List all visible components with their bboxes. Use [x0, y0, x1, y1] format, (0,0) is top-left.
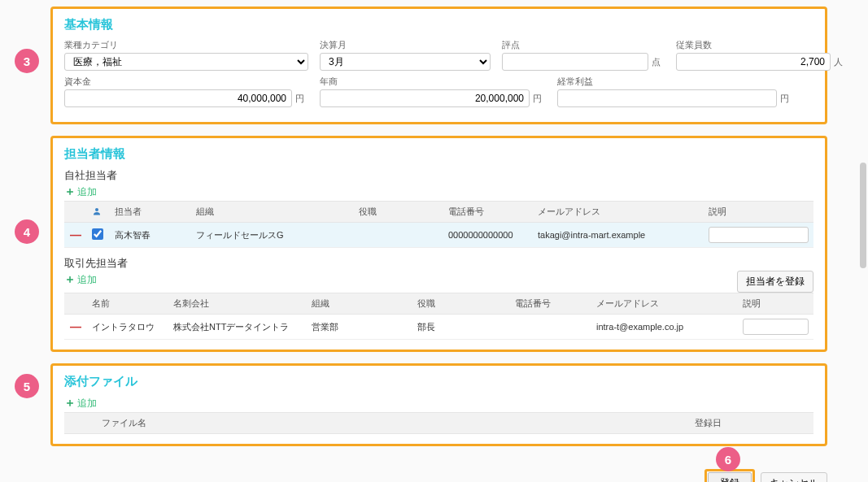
category-label: 業種カテゴリ: [64, 39, 308, 51]
sales-input[interactable]: [320, 89, 530, 107]
attachment-th-filename: ファイル名: [102, 417, 695, 429]
partner-row-phone: [510, 315, 591, 340]
partner-th-email: メールアドレス: [591, 293, 738, 315]
month-label: 決算月: [320, 39, 491, 51]
basic-info-panel: 基本情報 業種カテゴリ 医療，福祉 決算月 3月 評点: [50, 7, 827, 124]
own-th-person: 担当者: [110, 202, 191, 223]
capital-unit: 円: [295, 93, 308, 105]
partner-contact-row: — イントラタロウ 株式会社NTTデータイントラ 営業部 部長 intra-t@…: [64, 315, 813, 340]
partner-row-company: 株式会社NTTデータイントラ: [168, 315, 307, 340]
attachment-panel: 添付ファイル ＋ 追加 ファイル名 登録日: [50, 363, 827, 446]
step-badge-4: 4: [15, 219, 39, 244]
profit-unit: 円: [780, 93, 793, 105]
employees-unit: 人: [834, 56, 847, 68]
partner-th-org: 組織: [307, 293, 412, 315]
partner-row-desc-input[interactable]: [743, 319, 809, 335]
profit-label: 経常利益: [557, 76, 793, 88]
own-th-phone: 電話番号: [443, 202, 533, 223]
contact-info-title: 担当者情報: [64, 146, 813, 162]
add-partner-label: 追加: [77, 273, 97, 287]
own-row-name: 高木智春: [110, 223, 191, 248]
own-th-desc: 説明: [704, 202, 813, 223]
partner-th-phone: 電話番号: [510, 293, 591, 315]
own-contact-heading: 自社担当者: [64, 168, 813, 183]
user-icon: [92, 206, 102, 216]
partner-row-name: イントラタロウ: [87, 315, 168, 340]
basic-info-title: 基本情報: [64, 17, 813, 33]
register-contact-button[interactable]: 担当者を登録: [737, 271, 813, 293]
plus-icon: ＋: [64, 396, 76, 410]
sales-unit: 円: [533, 93, 546, 105]
remove-own-row-button[interactable]: —: [64, 223, 87, 248]
own-row-desc-input[interactable]: [709, 227, 809, 243]
score-label: 評点: [502, 39, 665, 51]
step-badge-6: 6: [716, 447, 740, 471]
own-contact-table: 担当者 組織 役職 電話番号 メールアドレス 説明 — 高木智春 フィールドセー…: [64, 201, 813, 248]
partner-row-org: 営業部: [307, 315, 412, 340]
own-row-org: フィールドセールスG: [191, 223, 354, 248]
own-row-email: takagi@intra-mart.example: [533, 223, 704, 248]
scrollbar[interactable]: [860, 163, 866, 268]
partner-th-name: 名前: [87, 293, 168, 315]
own-contact-row: — 高木智春 フィールドセールスG 0000000000000 takagi@i…: [64, 223, 813, 248]
capital-label: 資本金: [64, 76, 308, 88]
partner-row-email: intra-t@example.co.jp: [591, 315, 738, 340]
cancel-button[interactable]: キャンセル: [761, 472, 827, 482]
sales-label: 年商: [320, 76, 546, 88]
partner-th-company: 名刺会社: [168, 293, 307, 315]
score-input[interactable]: [502, 53, 648, 71]
attachment-title: 添付ファイル: [64, 374, 813, 389]
own-row-role: [354, 223, 443, 248]
step-badge-3: 3: [15, 49, 39, 73]
own-row-checkbox[interactable]: [92, 228, 103, 240]
attachment-header-row: ファイル名 登録日: [64, 412, 813, 434]
own-th-email: メールアドレス: [533, 202, 704, 223]
step-badge-5: 5: [15, 374, 39, 398]
own-th-org: 組織: [191, 202, 354, 223]
own-row-phone: 0000000000000: [443, 223, 533, 248]
plus-icon: ＋: [64, 272, 76, 287]
add-attachment-link[interactable]: ＋ 追加: [64, 396, 97, 410]
employees-label: 従業員数: [676, 39, 847, 51]
contact-info-panel: 担当者情報 自社担当者 ＋ 追加 担当者 組織 役職 電話番号 メールアドレス …: [50, 136, 827, 352]
register-button[interactable]: 登録: [708, 472, 752, 482]
profit-input[interactable]: [557, 89, 777, 107]
add-own-label: 追加: [77, 185, 97, 199]
partner-th-role: 役職: [412, 293, 510, 315]
partner-th-desc: 説明: [738, 293, 813, 315]
partner-contact-heading: 取引先担当者: [64, 256, 813, 271]
partner-contact-table: 名前 名刺会社 組織 役職 電話番号 メールアドレス 説明 — イントラタロウ …: [64, 293, 813, 340]
own-th-role: 役職: [354, 202, 443, 223]
attachment-th-date: 登録日: [695, 417, 809, 429]
employees-input[interactable]: [676, 53, 831, 71]
footer-actions: 登録 キャンセル: [0, 464, 868, 482]
add-own-contact-link[interactable]: ＋ 追加: [64, 185, 97, 199]
category-select[interactable]: 医療，福祉: [64, 53, 308, 71]
capital-input[interactable]: [64, 89, 292, 107]
plus-icon: ＋: [64, 185, 76, 199]
partner-row-role: 部長: [412, 315, 510, 340]
remove-partner-row-button[interactable]: —: [64, 315, 87, 340]
add-attachment-label: 追加: [77, 397, 97, 410]
score-unit: 点: [652, 56, 665, 68]
add-partner-contact-link[interactable]: ＋ 追加: [64, 272, 97, 287]
svg-point-0: [95, 208, 98, 211]
month-select[interactable]: 3月: [320, 53, 491, 71]
